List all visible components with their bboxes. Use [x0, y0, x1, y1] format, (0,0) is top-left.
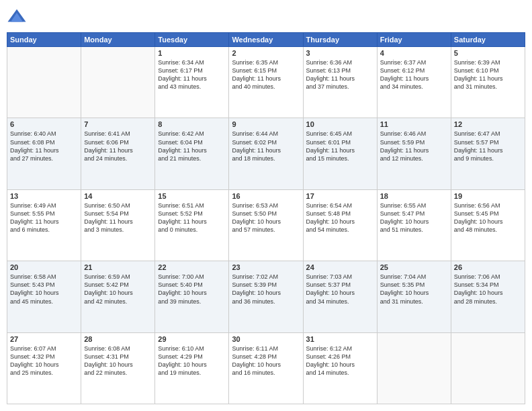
- calendar-week-row: 1Sunrise: 6:34 AM Sunset: 6:17 PM Daylig…: [7, 47, 525, 118]
- calendar-day-cell: 14Sunrise: 6:50 AM Sunset: 5:54 PM Dayli…: [81, 189, 155, 261]
- calendar-day-cell: 2Sunrise: 6:35 AM Sunset: 6:15 PM Daylig…: [229, 47, 303, 118]
- calendar-day-cell: 20Sunrise: 6:58 AM Sunset: 5:43 PM Dayli…: [7, 261, 81, 332]
- calendar-day-cell: 1Sunrise: 6:34 AM Sunset: 6:17 PM Daylig…: [155, 47, 229, 118]
- day-info: Sunrise: 7:04 AM Sunset: 5:35 PM Dayligh…: [380, 273, 448, 306]
- day-number: 29: [158, 335, 226, 343]
- logo-icon: [7, 7, 27, 27]
- calendar-week-row: 13Sunrise: 6:49 AM Sunset: 5:55 PM Dayli…: [7, 189, 525, 261]
- calendar-day-cell: 5Sunrise: 6:39 AM Sunset: 6:10 PM Daylig…: [451, 47, 525, 118]
- calendar-day-cell: 12Sunrise: 6:47 AM Sunset: 5:57 PM Dayli…: [451, 118, 525, 189]
- day-info: Sunrise: 6:12 AM Sunset: 4:26 PM Dayligh…: [306, 345, 374, 377]
- day-number: 6: [10, 120, 78, 128]
- calendar-day-cell: 18Sunrise: 6:55 AM Sunset: 5:47 PM Dayli…: [377, 189, 451, 261]
- calendar-table: SundayMondayTuesdayWednesdayThursdayFrid…: [7, 32, 525, 404]
- day-info: Sunrise: 6:40 AM Sunset: 6:08 PM Dayligh…: [10, 130, 78, 163]
- day-number: 25: [380, 263, 448, 271]
- weekday-header-saturday: Saturday: [451, 33, 525, 47]
- day-number: 8: [158, 120, 226, 128]
- day-number: 10: [306, 120, 374, 128]
- day-number: 20: [10, 263, 78, 271]
- day-number: 15: [158, 192, 226, 200]
- day-info: Sunrise: 6:53 AM Sunset: 5:50 PM Dayligh…: [232, 201, 300, 234]
- day-info: Sunrise: 6:59 AM Sunset: 5:42 PM Dayligh…: [84, 273, 152, 306]
- calendar-header: SundayMondayTuesdayWednesdayThursdayFrid…: [7, 33, 525, 47]
- day-number: 16: [232, 192, 300, 200]
- calendar-day-cell: 11Sunrise: 6:46 AM Sunset: 5:59 PM Dayli…: [377, 118, 451, 189]
- calendar-day-cell: 15Sunrise: 6:51 AM Sunset: 5:52 PM Dayli…: [155, 189, 229, 261]
- calendar-day-cell: 30Sunrise: 6:11 AM Sunset: 4:28 PM Dayli…: [229, 332, 303, 404]
- day-number: 27: [10, 335, 78, 343]
- day-info: Sunrise: 6:58 AM Sunset: 5:43 PM Dayligh…: [10, 273, 78, 306]
- page: SundayMondayTuesdayWednesdayThursdayFrid…: [0, 0, 532, 411]
- day-info: Sunrise: 6:37 AM Sunset: 6:12 PM Dayligh…: [380, 58, 448, 91]
- calendar-day-cell: 19Sunrise: 6:56 AM Sunset: 5:45 PM Dayli…: [451, 189, 525, 261]
- day-info: Sunrise: 6:45 AM Sunset: 6:01 PM Dayligh…: [306, 130, 374, 163]
- day-number: 31: [306, 335, 374, 343]
- weekday-header-tuesday: Tuesday: [155, 33, 229, 47]
- day-info: Sunrise: 6:54 AM Sunset: 5:48 PM Dayligh…: [306, 201, 374, 234]
- calendar-week-row: 27Sunrise: 6:07 AM Sunset: 4:32 PM Dayli…: [7, 332, 525, 404]
- day-number: 17: [306, 192, 374, 200]
- day-info: Sunrise: 6:36 AM Sunset: 6:13 PM Dayligh…: [306, 58, 374, 91]
- day-number: 26: [454, 263, 522, 271]
- calendar-day-cell: 28Sunrise: 6:08 AM Sunset: 4:31 PM Dayli…: [81, 332, 155, 404]
- day-number: 21: [84, 263, 152, 271]
- calendar-day-cell: 31Sunrise: 6:12 AM Sunset: 4:26 PM Dayli…: [303, 332, 377, 404]
- day-info: Sunrise: 6:49 AM Sunset: 5:55 PM Dayligh…: [10, 201, 78, 234]
- day-number: 5: [454, 49, 522, 57]
- day-info: Sunrise: 7:02 AM Sunset: 5:39 PM Dayligh…: [232, 273, 300, 306]
- calendar-day-cell: 17Sunrise: 6:54 AM Sunset: 5:48 PM Dayli…: [303, 189, 377, 261]
- calendar-day-cell: 25Sunrise: 7:04 AM Sunset: 5:35 PM Dayli…: [377, 261, 451, 332]
- logo: [7, 7, 30, 27]
- day-number: 23: [232, 263, 300, 271]
- day-number: 9: [232, 120, 300, 128]
- calendar-day-cell: 4Sunrise: 6:37 AM Sunset: 6:12 PM Daylig…: [377, 47, 451, 118]
- calendar-day-cell: [377, 332, 451, 404]
- day-number: 2: [232, 49, 300, 57]
- calendar-day-cell: 24Sunrise: 7:03 AM Sunset: 5:37 PM Dayli…: [303, 261, 377, 332]
- calendar-day-cell: 9Sunrise: 6:44 AM Sunset: 6:02 PM Daylig…: [229, 118, 303, 189]
- day-number: 12: [454, 120, 522, 128]
- day-info: Sunrise: 6:51 AM Sunset: 5:52 PM Dayligh…: [158, 201, 226, 234]
- day-info: Sunrise: 6:34 AM Sunset: 6:17 PM Dayligh…: [158, 58, 226, 91]
- day-number: 30: [232, 335, 300, 343]
- day-info: Sunrise: 7:03 AM Sunset: 5:37 PM Dayligh…: [306, 273, 374, 306]
- day-info: Sunrise: 6:55 AM Sunset: 5:47 PM Dayligh…: [380, 201, 448, 234]
- day-number: 14: [84, 192, 152, 200]
- day-info: Sunrise: 6:42 AM Sunset: 6:04 PM Dayligh…: [158, 130, 226, 163]
- day-number: 22: [158, 263, 226, 271]
- day-number: 1: [158, 49, 226, 57]
- calendar-day-cell: 27Sunrise: 6:07 AM Sunset: 4:32 PM Dayli…: [7, 332, 81, 404]
- weekday-row: SundayMondayTuesdayWednesdayThursdayFrid…: [7, 33, 525, 47]
- day-number: 19: [454, 192, 522, 200]
- day-info: Sunrise: 6:46 AM Sunset: 5:59 PM Dayligh…: [380, 130, 448, 163]
- calendar-day-cell: 16Sunrise: 6:53 AM Sunset: 5:50 PM Dayli…: [229, 189, 303, 261]
- calendar-day-cell: 6Sunrise: 6:40 AM Sunset: 6:08 PM Daylig…: [7, 118, 81, 189]
- day-number: 28: [84, 335, 152, 343]
- day-info: Sunrise: 6:44 AM Sunset: 6:02 PM Dayligh…: [232, 130, 300, 163]
- day-info: Sunrise: 6:47 AM Sunset: 5:57 PM Dayligh…: [454, 130, 522, 163]
- calendar-day-cell: [81, 47, 155, 118]
- day-number: 11: [380, 120, 448, 128]
- calendar-day-cell: 8Sunrise: 6:42 AM Sunset: 6:04 PM Daylig…: [155, 118, 229, 189]
- day-info: Sunrise: 6:10 AM Sunset: 4:29 PM Dayligh…: [158, 345, 226, 377]
- day-info: Sunrise: 7:00 AM Sunset: 5:40 PM Dayligh…: [158, 273, 226, 306]
- calendar-day-cell: [7, 47, 81, 118]
- calendar-day-cell: 13Sunrise: 6:49 AM Sunset: 5:55 PM Dayli…: [7, 189, 81, 261]
- day-number: 24: [306, 263, 374, 271]
- calendar-week-row: 20Sunrise: 6:58 AM Sunset: 5:43 PM Dayli…: [7, 261, 525, 332]
- day-info: Sunrise: 6:35 AM Sunset: 6:15 PM Dayligh…: [232, 58, 300, 91]
- weekday-header-friday: Friday: [377, 33, 451, 47]
- weekday-header-wednesday: Wednesday: [229, 33, 303, 47]
- calendar-day-cell: 29Sunrise: 6:10 AM Sunset: 4:29 PM Dayli…: [155, 332, 229, 404]
- day-info: Sunrise: 6:07 AM Sunset: 4:32 PM Dayligh…: [10, 345, 78, 377]
- calendar-week-row: 6Sunrise: 6:40 AM Sunset: 6:08 PM Daylig…: [7, 118, 525, 189]
- calendar-day-cell: 21Sunrise: 6:59 AM Sunset: 5:42 PM Dayli…: [81, 261, 155, 332]
- header: [7, 7, 525, 27]
- calendar-day-cell: 7Sunrise: 6:41 AM Sunset: 6:06 PM Daylig…: [81, 118, 155, 189]
- calendar-day-cell: 3Sunrise: 6:36 AM Sunset: 6:13 PM Daylig…: [303, 47, 377, 118]
- day-number: 13: [10, 192, 78, 200]
- day-info: Sunrise: 6:56 AM Sunset: 5:45 PM Dayligh…: [454, 201, 522, 234]
- day-info: Sunrise: 6:08 AM Sunset: 4:31 PM Dayligh…: [84, 345, 152, 377]
- day-info: Sunrise: 6:41 AM Sunset: 6:06 PM Dayligh…: [84, 130, 152, 163]
